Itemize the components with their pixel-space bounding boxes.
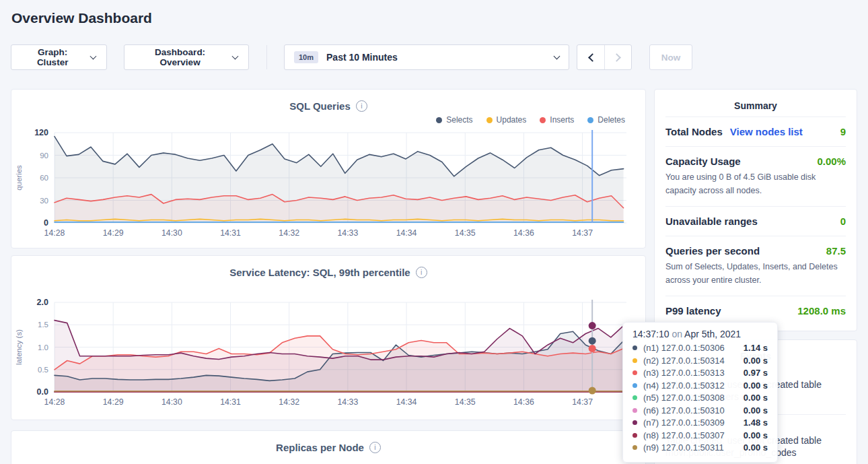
svg-text:queries: queries	[15, 165, 23, 191]
svg-text:14:28: 14:28	[44, 228, 65, 238]
svg-text:30: 30	[40, 197, 48, 205]
node-address: (n9) 127.0.0.1:50311	[643, 442, 724, 453]
service-latency-chart[interactable]: 14:2814:2914:3014:3114:3214:3314:3414:35…	[11, 296, 647, 411]
view-nodes-list-link[interactable]: View nodes list	[730, 126, 803, 137]
toolbar-divider	[266, 45, 267, 69]
tooltip-row: (n5) 127.0.0.1:503080.00 s	[632, 393, 768, 403]
summary-value: 0.00%	[817, 156, 846, 167]
node-latency-value: 0.00 s	[744, 356, 768, 366]
svg-text:14:29: 14:29	[103, 228, 124, 238]
chevron-left-icon	[588, 53, 597, 62]
tooltip-row: (n2) 127.0.0.1:503140.00 s	[632, 356, 768, 366]
node-address: (n1) 127.0.0.1:50306	[643, 343, 725, 353]
svg-text:14:35: 14:35	[455, 397, 476, 407]
node-latency-value: 0.00 s	[744, 393, 768, 403]
chevron-down-icon	[90, 53, 97, 60]
node-color-dot	[632, 370, 637, 375]
svg-text:14:28: 14:28	[44, 397, 65, 407]
svg-text:14:35: 14:35	[455, 228, 476, 238]
svg-text:14:37: 14:37	[572, 228, 593, 238]
time-range-selector[interactable]: 10m Past 10 Minutes	[284, 44, 569, 70]
node-address: (n7) 127.0.0.1:50309	[643, 418, 725, 428]
summary-value: 9	[840, 126, 846, 137]
summary-label: Capacity Usage	[665, 156, 741, 167]
sql-queries-chart[interactable]: 14:2814:2914:3014:3114:3214:3314:3414:35…	[11, 127, 647, 241]
tooltip-row: (n1) 127.0.0.1:503061.14 s	[632, 343, 768, 353]
time-range-label: Past 10 Minutes	[326, 52, 398, 63]
svg-text:1.5: 1.5	[38, 321, 48, 329]
node-address: (n6) 127.0.0.1:50310	[643, 405, 725, 416]
summary-panel: Summary Total Nodes View nodes list 9 Ca…	[654, 89, 857, 331]
graph-dropdown[interactable]: Graph: Cluster	[11, 44, 107, 70]
svg-text:14:36: 14:36	[513, 397, 534, 407]
chevron-down-icon	[232, 53, 239, 60]
legend-dot	[587, 117, 593, 123]
node-color-dot	[632, 383, 637, 388]
svg-text:14:33: 14:33	[338, 228, 359, 238]
legend-item-inserts[interactable]: Inserts	[540, 114, 574, 125]
tooltip-row: (n4) 127.0.0.1:503120.00 s	[632, 380, 768, 391]
node-color-dot	[632, 395, 637, 400]
legend-dot	[436, 117, 442, 123]
svg-text:0.5: 0.5	[38, 366, 48, 374]
time-next-button[interactable]	[604, 45, 631, 69]
svg-text:0: 0	[44, 218, 48, 228]
legend-item-deletes[interactable]: Deletes	[587, 114, 625, 125]
node-address: (n5) 127.0.0.1:50308	[643, 393, 725, 403]
info-icon[interactable]	[416, 267, 427, 278]
svg-text:14:36: 14:36	[513, 228, 534, 238]
info-icon[interactable]	[369, 442, 381, 453]
summary-label: Unavailable ranges	[665, 216, 758, 227]
chart-tooltip: 14:37:10 on Apr 5th, 2021 (n1) 127.0.0.1…	[622, 322, 778, 463]
tooltip-row: (n9) 127.0.0.1:503110.00 s	[632, 442, 768, 453]
node-address: (n8) 127.0.0.1:50307	[643, 430, 725, 440]
summary-value: 1208.0 ms	[797, 305, 846, 317]
svg-text:14:30: 14:30	[161, 228, 182, 238]
toolbar: Graph: Cluster Dashboard: Overview 10m P…	[11, 44, 857, 70]
summary-row-capacity: Capacity Usage 0.00% You are using 0 B o…	[665, 146, 846, 206]
svg-text:14:29: 14:29	[103, 397, 124, 407]
summary-description: Sum of Selects, Updates, Inserts, and De…	[665, 260, 846, 287]
node-latency-value: 0.00 s	[744, 380, 768, 391]
service-latency-card: Service Latency: SQL, 99th percentile 14…	[11, 255, 646, 420]
time-prev-button[interactable]	[577, 45, 604, 69]
svg-text:14:34: 14:34	[396, 228, 417, 238]
legend-dot	[540, 117, 546, 123]
chart-legend: SelectsUpdatesInsertsDeletes	[11, 114, 625, 125]
chart-title: Service Latency: SQL, 99th percentile	[229, 267, 410, 278]
node-latency-value: 1.14 s	[744, 343, 768, 353]
summary-value: 87.5	[826, 245, 846, 257]
svg-text:1.0: 1.0	[38, 343, 48, 352]
node-latency-value: 0.00 s	[744, 442, 768, 453]
sql-queries-card: SQL Queries SelectsUpdatesInsertsDeletes…	[11, 89, 646, 248]
now-button[interactable]: Now	[649, 44, 692, 70]
node-color-dot	[632, 433, 637, 438]
summary-row-p99: P99 latency 1208.0 ms	[665, 296, 846, 325]
node-latency-value: 0.97 s	[744, 368, 768, 378]
dashboard-dropdown-label: Dashboard: Overview	[135, 47, 225, 67]
summary-label: P99 latency	[665, 305, 721, 317]
svg-text:90: 90	[40, 152, 48, 160]
svg-text:14:37: 14:37	[572, 397, 593, 407]
node-latency-value: 0.00 s	[744, 430, 768, 440]
svg-text:14:31: 14:31	[220, 397, 241, 407]
legend-item-updates[interactable]: Updates	[486, 114, 527, 125]
chevron-down-icon	[554, 53, 560, 60]
node-color-dot	[632, 345, 637, 350]
summary-label: Total Nodes	[665, 126, 723, 137]
graph-dropdown-label: Graph: Cluster	[22, 47, 83, 67]
tooltip-row: (n8) 127.0.0.1:503070.00 s	[632, 430, 768, 440]
summary-row-qps: Queries per second 87.5 Sum of Selects, …	[665, 236, 846, 296]
dashboard-dropdown[interactable]: Dashboard: Overview	[124, 44, 249, 70]
svg-text:0.0: 0.0	[37, 387, 48, 397]
summary-description: You are using 0 B of 4.5 GiB usable disk…	[665, 170, 846, 197]
summary-value: 0	[840, 216, 846, 227]
svg-text:14:30: 14:30	[161, 397, 182, 407]
node-latency-value: 1.48 s	[744, 418, 768, 428]
legend-dot	[486, 117, 493, 123]
svg-text:2.0: 2.0	[37, 298, 48, 307]
tooltip-row: (n7) 127.0.0.1:503091.48 s	[632, 418, 768, 428]
legend-item-selects[interactable]: Selects	[436, 114, 472, 125]
summary-title: Summary	[665, 90, 846, 117]
info-icon[interactable]	[356, 100, 367, 112]
